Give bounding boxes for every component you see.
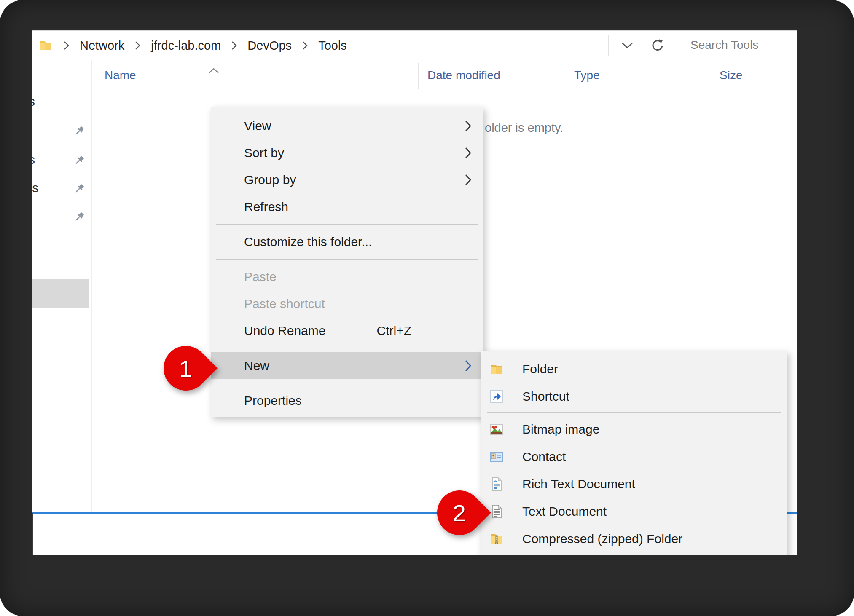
menu-item-refresh[interactable]: Refresh (211, 193, 483, 220)
chevron-right-icon (231, 41, 237, 50)
screenshot-stage: Network jfrdc-lab.com DevOps Tools (0, 0, 854, 616)
new-submenu: Folder Shortcut Bitmap image (481, 351, 787, 555)
submenu-item-label: Contact (522, 450, 566, 464)
menu-item-new[interactable]: New (211, 352, 483, 379)
menu-item-label: Paste shortcut (244, 297, 325, 311)
submenu-arrow-icon (465, 173, 472, 187)
context-menu: View Sort by Group by Refresh (211, 107, 483, 417)
menu-item-label: Sort by (244, 146, 284, 160)
submenu-item-shortcut[interactable]: Shortcut (481, 383, 787, 410)
column-separator[interactable] (565, 63, 565, 89)
chevron-down-icon (621, 42, 634, 49)
menu-item-shortcut: Ctrl+Z (377, 324, 412, 338)
pin-icon (73, 182, 86, 195)
folder-icon (40, 40, 53, 51)
column-header-type[interactable]: Type (574, 60, 600, 91)
badge-teardrop: 1 (154, 337, 218, 400)
breadcrumb-item-tools[interactable]: Tools (318, 39, 347, 53)
menu-separator (216, 224, 478, 225)
sidebar-item-label[interactable]: ts (32, 181, 38, 195)
menu-item-label: Refresh (244, 200, 288, 214)
window-top-border (32, 30, 797, 31)
contact-icon (489, 450, 504, 464)
pin-icon (73, 125, 86, 137)
chevron-right-icon (64, 41, 69, 50)
annotation-badge-1: 1 (164, 346, 208, 391)
submenu-arrow-icon (465, 359, 472, 372)
menu-item-group-by[interactable]: Group by (211, 166, 483, 193)
rich-text-document-icon (489, 477, 504, 491)
pin-icon (73, 211, 86, 223)
submenu-item-contact[interactable]: Contact (481, 443, 787, 470)
sidebar-item-label[interactable]: s (32, 94, 35, 109)
menu-item-label: Customize this folder... (244, 235, 372, 249)
column-separator[interactable] (418, 63, 419, 89)
menu-item-view[interactable]: View (211, 112, 483, 139)
submenu-item-label: Folder (522, 362, 558, 376)
menu-item-properties[interactable]: Properties (211, 387, 483, 414)
sort-ascending-icon (208, 67, 220, 74)
badge-number: 2 (453, 499, 466, 527)
zip-folder-icon (489, 532, 504, 546)
folder-icon (489, 362, 504, 376)
badge-teardrop: 2 (428, 481, 491, 544)
breadcrumb-item-domain[interactable]: jfrdc-lab.com (151, 39, 221, 53)
submenu-item-text-document[interactable]: Text Document (481, 498, 787, 525)
submenu-item-compressed-folder[interactable]: Compressed (zipped) Folder (481, 525, 787, 552)
column-header-size[interactable]: Size (720, 60, 742, 91)
column-header-name[interactable]: Name (105, 60, 136, 91)
breadcrumb-item-devops[interactable]: DevOps (247, 39, 292, 53)
empty-folder-text: older is empty. (485, 121, 563, 135)
bitmap-image-icon (489, 422, 504, 437)
menu-item-label: New (244, 359, 269, 373)
text-document-icon (489, 504, 504, 519)
chevron-right-icon (302, 41, 308, 50)
breadcrumb: Network jfrdc-lab.com DevOps Tools (37, 33, 347, 58)
menu-item-label: View (244, 119, 271, 133)
menu-separator (216, 383, 478, 383)
nav-pane-divider (91, 60, 92, 555)
shortcut-icon (489, 389, 504, 404)
menu-item-sort-by[interactable]: Sort by (211, 139, 483, 166)
submenu-item-label: Rich Text Document (522, 477, 635, 491)
menu-item-paste-shortcut[interactable]: Paste shortcut (211, 290, 483, 317)
sidebar-item-label[interactable]: s (32, 153, 35, 167)
explorer-window: Network jfrdc-lab.com DevOps Tools (32, 30, 797, 555)
column-separator[interactable] (712, 63, 712, 89)
submenu-item-label: Compressed (zipped) Folder (522, 532, 682, 546)
refresh-button[interactable] (646, 33, 669, 58)
submenu-item-folder[interactable]: Folder (481, 355, 787, 383)
toolbar-divider (32, 59, 797, 59)
submenu-arrow-icon (465, 146, 472, 160)
address-dropdown-button[interactable] (608, 33, 646, 58)
submenu-separator (487, 412, 781, 413)
menu-item-label: Undo Rename (244, 324, 325, 338)
submenu-item-bitmap-image[interactable]: Bitmap image (481, 415, 787, 443)
menu-item-label: Group by (244, 173, 296, 187)
submenu-item-label: Shortcut (522, 389, 569, 404)
badge-number: 1 (179, 355, 192, 382)
menu-item-label: Paste (244, 270, 277, 284)
column-header-date-modified[interactable]: Date modified (427, 60, 500, 91)
refresh-icon (650, 38, 665, 53)
pin-icon (73, 154, 86, 167)
menu-separator (216, 259, 478, 260)
submenu-item-rich-text-document[interactable]: Rich Text Document (481, 470, 787, 498)
sidebar-selected-item[interactable] (32, 279, 89, 308)
search-input[interactable] (681, 33, 797, 57)
submenu-arrow-icon (465, 119, 472, 133)
menu-item-undo-rename[interactable]: Undo Rename Ctrl+Z (211, 317, 483, 344)
menu-item-customize-this-folder[interactable]: Customize this folder... (211, 228, 483, 255)
address-bar[interactable]: Network jfrdc-lab.com DevOps Tools (35, 33, 669, 58)
menu-item-label: Properties (244, 394, 302, 408)
annotation-badge-2: 2 (437, 490, 482, 535)
chevron-right-icon (135, 41, 140, 50)
submenu-item-label: Bitmap image (522, 422, 599, 437)
menu-item-paste[interactable]: Paste (211, 263, 483, 290)
submenu-item-label: Text Document (522, 504, 607, 519)
menu-separator (216, 348, 478, 348)
breadcrumb-item-network[interactable]: Network (80, 39, 124, 53)
